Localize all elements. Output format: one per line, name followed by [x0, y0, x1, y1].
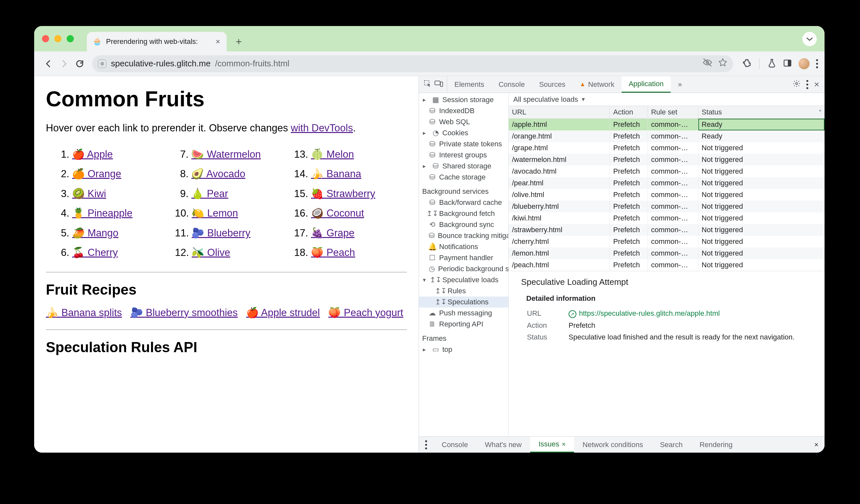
devtools-link[interactable]: with DevTools: [291, 122, 353, 134]
fruit-anchor[interactable]: 🥭 Mango: [72, 227, 118, 239]
recipe-link[interactable]: 🍑 Peach yogurt: [328, 307, 403, 318]
sidebar-item[interactable]: ⛁Cache storage: [419, 172, 508, 183]
table-row[interactable]: /lemon.htmlPrefetchcommon-…Not triggered: [509, 247, 825, 259]
devtools-tab-elements[interactable]: Elements: [447, 76, 491, 93]
table-row[interactable]: /avocado.htmlPrefetchcommon-…Not trigger…: [509, 165, 825, 177]
sidebar-item[interactable]: ↥↧Rules: [419, 286, 508, 297]
sidebar-item[interactable]: ◷Periodic background sync: [419, 263, 508, 274]
reload-button[interactable]: [72, 56, 87, 72]
table-row[interactable]: /pear.htmlPrefetchcommon-…Not triggered: [509, 177, 825, 189]
incognito-eye-icon[interactable]: [703, 58, 712, 70]
fruit-anchor[interactable]: 🍋 Lemon: [191, 207, 238, 219]
table-row[interactable]: /grape.htmlPrefetchcommon-…Not triggered: [509, 142, 825, 154]
drawer-tab-console[interactable]: Console: [433, 437, 476, 452]
sidebar-item[interactable]: ▦Session storage: [419, 94, 508, 105]
devtools-tab-console[interactable]: Console: [491, 76, 532, 93]
detail-url[interactable]: ↗https://speculative-rules.glitch.me/app…: [569, 309, 825, 318]
fruit-anchor[interactable]: 🍎 Apple: [72, 148, 113, 160]
drawer-tab-network-conditions[interactable]: Network conditions: [574, 437, 651, 452]
close-devtools-button[interactable]: ×: [814, 80, 819, 90]
recipe-link[interactable]: 🫐 Blueberry smoothies: [130, 307, 238, 318]
fruit-anchor[interactable]: 🍑 Peach: [311, 247, 355, 258]
back-button[interactable]: [41, 56, 56, 72]
sidebar-item[interactable]: ◔Cookies: [419, 128, 508, 139]
table-row[interactable]: /blueberry.htmlPrefetchcommon-…Not trigg…: [509, 201, 825, 212]
fruit-anchor[interactable]: 🍉 Watermelon: [191, 148, 261, 160]
recipe-link[interactable]: 🍌 Banana splits: [46, 307, 122, 318]
sidebar-item[interactable]: ⛁Back/forward cache: [419, 197, 508, 208]
sidebar-item[interactable]: ☁Push messaging: [419, 307, 508, 319]
fruit-anchor[interactable]: 🍒 Cherry: [72, 247, 118, 258]
sidebar-item[interactable]: ↥↧Speculations: [419, 297, 508, 307]
sidebar-item[interactable]: ↥↧Speculative loads: [419, 274, 508, 286]
sidebar-item[interactable]: ⟲Background sync: [419, 219, 508, 230]
sidebar-item[interactable]: 🔔Notifications: [419, 241, 508, 252]
fruit-anchor[interactable]: 🫐 Blueberry: [191, 227, 250, 239]
fruit-anchor[interactable]: 🫒 Olive: [191, 247, 230, 258]
fruit-anchor[interactable]: 🥥 Coconut: [311, 207, 364, 219]
devtools-dock-icon[interactable]: [783, 59, 792, 69]
close-tab-button[interactable]: ×: [216, 37, 220, 46]
bookmark-star-icon[interactable]: [718, 58, 727, 69]
sidebar-item[interactable]: ⛁Bounce tracking mitigations: [419, 230, 508, 241]
new-tab-button[interactable]: ＋: [231, 33, 247, 49]
table-row[interactable]: /kiwi.htmlPrefetchcommon-…Not triggered: [509, 212, 825, 224]
labs-icon[interactable]: [767, 59, 776, 69]
sidebar-item[interactable]: ☐Payment handler: [419, 252, 508, 263]
column-header[interactable]: URL: [509, 106, 610, 119]
column-header[interactable]: Status▾: [698, 106, 825, 119]
fruit-anchor[interactable]: 🍇 Grape: [311, 227, 355, 239]
close-drawer-button[interactable]: ×: [808, 437, 825, 452]
close-window-button[interactable]: [42, 35, 49, 42]
drawer-menu-button[interactable]: [419, 437, 433, 452]
fruit-anchor[interactable]: 🥑 Avocado: [191, 168, 245, 179]
device-toolbar-icon[interactable]: [434, 80, 443, 89]
inspect-icon[interactable]: [424, 80, 431, 89]
table-row[interactable]: /strawberry.htmlPrefetchcommon-…Not trig…: [509, 224, 825, 236]
sidebar-item[interactable]: ⛁Interest groups: [419, 149, 508, 161]
browser-tab[interactable]: 🧁 Prerendering with web-vitals: ×: [87, 32, 227, 52]
devtools-tab-sources[interactable]: Sources: [532, 76, 572, 93]
devtools-more-tabs[interactable]: »: [671, 76, 689, 93]
table-row[interactable]: /olive.htmlPrefetchcommon-…Not triggered: [509, 189, 825, 201]
fruit-anchor[interactable]: 🍓 Strawberry: [311, 188, 375, 199]
sidebar-item[interactable]: 🗎Reporting API: [419, 319, 508, 330]
chrome-menu-button[interactable]: [816, 59, 818, 68]
drawer-tab-what-s-new[interactable]: What's new: [476, 437, 530, 452]
sidebar-item[interactable]: ⛁Shared storage: [419, 161, 508, 172]
extensions-icon[interactable]: [742, 59, 751, 69]
fruit-anchor[interactable]: 🍈 Melon: [311, 148, 354, 160]
drawer-tab-rendering[interactable]: Rendering: [691, 437, 741, 452]
devtools-menu-button[interactable]: [806, 80, 808, 89]
fruit-anchor[interactable]: 🍐 Pear: [191, 188, 228, 199]
table-row[interactable]: /apple.htmlPrefetchcommon-…Ready: [509, 119, 825, 131]
tab-search-button[interactable]: [802, 32, 817, 46]
close-icon[interactable]: ×: [562, 441, 565, 448]
address-bar[interactable]: ⚙ speculative-rules.glitch.me/common-fru…: [92, 55, 733, 72]
table-row[interactable]: /watermelon.htmlPrefetchcommon-…Not trig…: [509, 154, 825, 165]
fruit-anchor[interactable]: 🥝 Kiwi: [72, 188, 106, 199]
table-row[interactable]: /peach.htmlPrefetchcommon-…Not triggered: [509, 259, 825, 271]
maximize-window-button[interactable]: [67, 35, 74, 42]
sidebar-item[interactable]: ↥↧Background fetch: [419, 208, 508, 219]
column-header[interactable]: Action: [610, 106, 648, 119]
sidebar-item[interactable]: ⛁IndexedDB: [419, 105, 508, 116]
sidebar-item[interactable]: ▭top: [419, 344, 508, 355]
sidebar-item[interactable]: ⛁Web SQL: [419, 116, 508, 128]
sidebar-item[interactable]: ⛁Private state tokens: [419, 139, 508, 149]
recipe-link[interactable]: 🍎 Apple strudel: [246, 307, 320, 318]
table-row[interactable]: /orange.htmlPrefetchcommon-…Ready: [509, 130, 825, 142]
drawer-tab-issues[interactable]: Issues ×: [530, 437, 574, 452]
fruit-anchor[interactable]: 🍍 Pineapple: [72, 207, 133, 219]
fruit-anchor[interactable]: 🍌 Banana: [311, 168, 361, 179]
profile-avatar[interactable]: [799, 58, 809, 69]
devtools-tab-application[interactable]: Application: [621, 76, 671, 93]
fruit-anchor[interactable]: 🍊 Orange: [72, 168, 121, 179]
column-header[interactable]: Rule set: [648, 106, 698, 119]
devtools-tab-network[interactable]: Network: [572, 76, 621, 93]
gear-icon[interactable]: [793, 80, 801, 89]
filter-dropdown[interactable]: All speculative loads ▼: [509, 93, 825, 106]
table-row[interactable]: /cherry.htmlPrefetchcommon-…Not triggere…: [509, 236, 825, 247]
drawer-tab-search[interactable]: Search: [651, 437, 691, 452]
minimize-window-button[interactable]: [54, 35, 61, 42]
